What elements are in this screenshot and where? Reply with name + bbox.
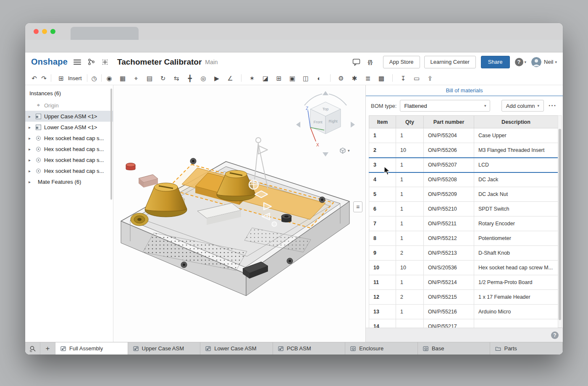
add-column-button[interactable]: Add column ▾: [501, 100, 544, 112]
add-tab-button[interactable]: +: [40, 342, 55, 355]
instances-scrollbar[interactable]: [110, 89, 112, 200]
avatar[interactable]: [531, 57, 541, 67]
bom-cell-desc[interactable]: Rotary Encoder: [474, 216, 558, 231]
chevron-right-icon[interactable]: ▸: [29, 125, 35, 130]
bom-cell-part[interactable]: ON/P/55210: [424, 202, 474, 216]
table-row[interactable]: 41ON/P/55208DC Jack: [369, 172, 558, 187]
tree-item[interactable]: ▸Hex socket head cap s...: [25, 133, 113, 143]
chevron-right-icon[interactable]: ▸: [29, 180, 35, 184]
bom-cell-desc[interactable]: LCD: [474, 158, 558, 172]
viewcube-right-label[interactable]: Right: [328, 119, 338, 123]
bom-cell-qty[interactable]: 2: [396, 246, 424, 261]
measure-icon[interactable]: ∠: [226, 75, 235, 81]
overflow-menu-icon[interactable]: ···: [547, 102, 558, 110]
tab-parts[interactable]: Parts: [490, 342, 563, 355]
table-row[interactable]: 122ON/P/552151 x 17 Female Header: [369, 290, 558, 305]
arrange-icon[interactable]: ▩: [377, 75, 386, 81]
minimize-window-button[interactable]: [42, 29, 47, 34]
tree-item[interactable]: ▸Hex socket head cap s...: [25, 154, 113, 165]
undo-icon[interactable]: ↶: [29, 75, 39, 81]
chevron-right-icon[interactable]: ▸: [29, 136, 35, 141]
help-icon[interactable]: ?: [515, 58, 523, 66]
bom-cell-qty[interactable]: 1: [396, 231, 424, 246]
configurations-icon[interactable]: ⚙: [336, 75, 346, 81]
bom-cell-part[interactable]: ON/P/55217: [424, 319, 474, 328]
featurescript-icon[interactable]: {/}: [365, 57, 375, 67]
bom-cell-part[interactable]: ON/P/55206: [424, 143, 474, 158]
bom-cell-qty[interactable]: 1: [396, 128, 424, 143]
bom-cell-item[interactable]: 9: [369, 246, 396, 261]
bom-cell-desc[interactable]: 1 x 17 Female Header: [474, 290, 558, 305]
table-row[interactable]: 14ON/P/55217: [369, 319, 558, 328]
table-row[interactable]: 81ON/P/55212Potentiometer: [369, 231, 558, 246]
bom-cell-qty[interactable]: 1: [396, 187, 424, 202]
bom-cell-desc[interactable]: Hex socket head cap screw M...: [474, 261, 558, 275]
bom-cell-item[interactable]: 3: [369, 158, 396, 172]
table-row[interactable]: 210ON/P/55206M3 Flanged Threaded Insert: [369, 143, 558, 158]
linear-pattern-icon[interactable]: ▤: [145, 75, 155, 81]
browser-tab[interactable]: [71, 27, 139, 40]
table-row[interactable]: 131ON/P/55216Arduino Micro: [369, 305, 558, 319]
tree-item[interactable]: ▸Hex socket head cap s...: [25, 143, 113, 154]
bom-cell-qty[interactable]: 1: [396, 216, 424, 231]
tab-full-assembly[interactable]: Full Assembly: [55, 342, 128, 355]
bom-cell-qty[interactable]: 1: [396, 275, 424, 290]
bom-cell-part[interactable]: ON/P/55204: [424, 128, 474, 143]
versions-icon[interactable]: [87, 57, 96, 67]
chevron-right-icon[interactable]: ▸: [29, 158, 35, 162]
bom-scrollbar[interactable]: [558, 115, 562, 328]
bom-column-header[interactable]: Qty: [396, 116, 424, 128]
bom-cell-qty[interactable]: 1: [396, 172, 424, 187]
learning-center-button[interactable]: Learning Center: [424, 56, 476, 68]
zoom-window-button[interactable]: [50, 29, 55, 34]
bom-table-icon[interactable]: ⊞: [274, 75, 284, 81]
tab-lower-case-asm[interactable]: Lower Case ASM: [200, 342, 273, 355]
bom-panel-toggle-button[interactable]: ≡: [353, 201, 362, 212]
bom-cell-item[interactable]: 4: [369, 172, 396, 187]
group-icon[interactable]: ▦: [118, 75, 128, 81]
view-options-menu[interactable]: ▾: [339, 147, 350, 154]
bom-cell-item[interactable]: 2: [369, 143, 396, 158]
section-view-icon[interactable]: ◪: [261, 75, 270, 81]
table-row[interactable]: 51ON/P/55209DC Jack Nut: [369, 187, 558, 202]
search-tabs-button[interactable]: [25, 342, 40, 355]
animate-icon[interactable]: ▶: [212, 75, 222, 81]
bom-cell-part[interactable]: ON/P/55213: [424, 246, 474, 261]
viewport-3d[interactable]: Top Front Right Z X: [113, 85, 365, 342]
window-titlebar[interactable]: [25, 23, 563, 40]
bom-cell-item[interactable]: 14: [369, 319, 396, 328]
bom-cell-part[interactable]: ON/P/55211: [424, 216, 474, 231]
replicate-icon[interactable]: ⇆: [172, 75, 181, 81]
transform-icon[interactable]: ╋: [185, 75, 195, 81]
appearances-icon[interactable]: ◐: [315, 75, 324, 81]
share-button[interactable]: Share: [481, 56, 510, 68]
bom-cell-part[interactable]: ON/P/55209: [424, 187, 474, 202]
table-row[interactable]: 61ON/P/55210SPDT Switch: [369, 202, 558, 216]
tab-pcb-asm[interactable]: PCB ASM: [273, 342, 346, 355]
help-icon[interactable]: ?: [551, 331, 559, 339]
bom-scrollbar-thumb[interactable]: [559, 129, 561, 320]
bom-cell-part[interactable]: ON/P/55212: [424, 231, 474, 246]
tab-base[interactable]: Base: [418, 342, 491, 355]
insert-element-icon[interactable]: [100, 57, 110, 67]
tab-upper-case-asm[interactable]: Upper Case ASM: [128, 342, 201, 355]
viewcube-front-label[interactable]: Front: [313, 120, 323, 124]
onshape-logo[interactable]: Onshape: [31, 57, 68, 67]
bom-cell-item[interactable]: 6: [369, 202, 396, 216]
app-store-button[interactable]: App Store: [383, 56, 420, 68]
chevron-right-icon[interactable]: ▸: [29, 169, 35, 173]
tab-enclosure[interactable]: Enclosure: [345, 342, 418, 355]
circular-pattern-icon[interactable]: ↻: [158, 75, 168, 81]
table-row[interactable]: 71ON/P/55211Rotary Encoder: [369, 216, 558, 231]
export-icon[interactable]: ↧: [399, 75, 408, 81]
bom-cell-desc[interactable]: D-Shaft Knob: [474, 246, 558, 261]
bom-cell-desc[interactable]: M3 Flanged Threaded Insert: [474, 143, 558, 158]
bom-cell-qty[interactable]: 10: [396, 261, 424, 275]
bom-cell-item[interactable]: 7: [369, 216, 396, 231]
drawing-icon[interactable]: ▭: [412, 75, 422, 81]
publish-icon[interactable]: ⇪: [425, 75, 435, 81]
bom-column-header[interactable]: Part number: [424, 116, 474, 128]
insert-button[interactable]: ⊞ Insert: [53, 75, 85, 81]
workspace-name[interactable]: Main: [205, 59, 218, 65]
redo-icon[interactable]: ↷: [39, 75, 49, 81]
